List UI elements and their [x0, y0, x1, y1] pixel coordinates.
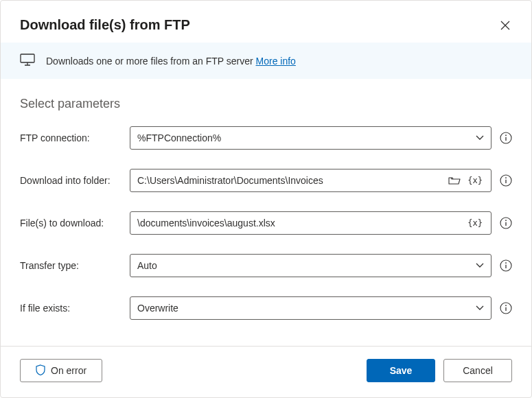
download-folder-info[interactable]	[500, 174, 512, 187]
section-title: Select parameters	[20, 97, 512, 111]
transfer-type-info[interactable]	[500, 259, 512, 272]
chevron-down-icon	[476, 305, 484, 311]
close-icon	[500, 21, 510, 30]
save-label: Save	[390, 365, 413, 376]
info-banner: Downloads one or more files from an FTP …	[1, 43, 531, 79]
field-transfer-type: Transfer type: Auto	[20, 254, 512, 277]
if-file-exists-select[interactable]: Overwrite	[130, 296, 491, 320]
variable-picker-icon[interactable]: {x}	[466, 218, 484, 228]
info-icon	[500, 259, 512, 272]
banner-text: Downloads one or more files from an FTP …	[46, 56, 296, 67]
on-error-label: On error	[51, 365, 86, 376]
folder-open-icon[interactable]	[448, 176, 461, 185]
svg-point-4	[505, 134, 507, 136]
svg-point-16	[505, 305, 507, 306]
ftp-connection-label: FTP connection:	[20, 132, 122, 143]
field-download-folder: Download into folder: C:\Users\Administr…	[20, 169, 512, 192]
files-to-download-value: \documents\invoices\august.xlsx	[130, 213, 466, 233]
on-error-button[interactable]: On error	[20, 359, 102, 382]
more-info-link[interactable]: More info	[256, 56, 296, 67]
dialog-header: Download file(s) from FTP	[1, 1, 531, 43]
variable-picker-icon[interactable]: {x}	[466, 176, 484, 185]
close-button[interactable]	[498, 19, 512, 32]
info-icon	[500, 174, 512, 187]
files-to-download-info[interactable]	[500, 217, 512, 229]
files-to-download-input[interactable]: \documents\invoices\august.xlsx {x}	[130, 211, 491, 235]
content-area: Select parameters FTP connection: %FTPCo…	[1, 79, 531, 346]
svg-point-10	[505, 220, 507, 221]
ftp-connection-value: %FTPConnection%	[130, 128, 476, 148]
dialog-footer: On error Save Cancel	[1, 346, 531, 398]
footer-right: Save Cancel	[367, 359, 512, 382]
monitor-icon	[20, 54, 35, 68]
download-folder-input[interactable]: C:\Users\Administrator\Documents\Invoice…	[130, 169, 491, 192]
download-folder-value: C:\Users\Administrator\Documents\Invoice…	[130, 171, 448, 190]
svg-rect-0	[21, 54, 34, 62]
info-icon	[500, 132, 512, 144]
field-ftp-connection: FTP connection: %FTPConnection%	[20, 126, 512, 150]
if-file-exists-label: If file exists:	[20, 303, 122, 314]
ftp-connection-select[interactable]: %FTPConnection%	[130, 126, 491, 150]
chevron-down-icon	[476, 263, 484, 268]
svg-point-7	[505, 177, 507, 178]
download-folder-label: Download into folder:	[20, 175, 122, 186]
chevron-down-icon	[476, 135, 484, 141]
info-icon	[500, 302, 512, 314]
transfer-type-select[interactable]: Auto	[130, 254, 491, 277]
cancel-button[interactable]: Cancel	[443, 359, 512, 382]
transfer-type-label: Transfer type:	[20, 260, 122, 271]
if-file-exists-info[interactable]	[500, 302, 512, 314]
shield-icon	[36, 364, 45, 377]
ftp-connection-info[interactable]	[500, 132, 512, 144]
field-if-file-exists: If file exists: Overwrite	[20, 296, 512, 320]
dialog-title: Download file(s) from FTP	[20, 17, 190, 33]
svg-point-13	[505, 262, 507, 264]
info-icon	[500, 217, 512, 229]
if-file-exists-value: Overwrite	[130, 298, 476, 318]
transfer-type-value: Auto	[130, 256, 476, 275]
banner-desc: Downloads one or more files from an FTP …	[46, 56, 256, 67]
save-button[interactable]: Save	[367, 359, 435, 382]
files-to-download-label: File(s) to download:	[20, 218, 122, 229]
field-files-to-download: File(s) to download: \documents\invoices…	[20, 211, 512, 235]
cancel-label: Cancel	[463, 365, 493, 376]
